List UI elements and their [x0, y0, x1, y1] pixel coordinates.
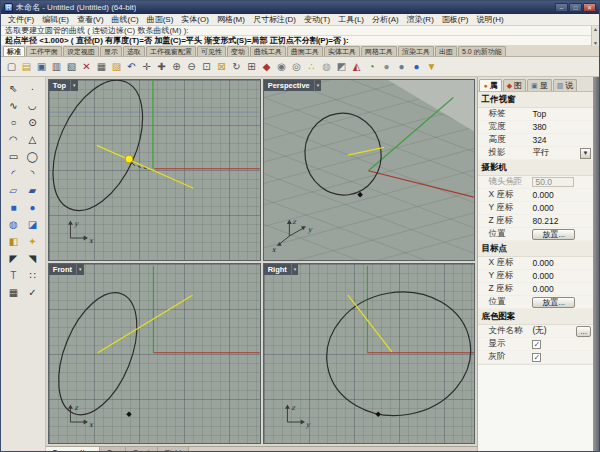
vtab-right[interactable]: Right [158, 447, 189, 451]
save[interactable]: ▣ [34, 59, 49, 75]
select-pointer[interactable]: ⇖ [4, 80, 23, 97]
viewport-right[interactable]: z y Right [263, 263, 476, 445]
panel-tab-properties[interactable]: ●属 [479, 79, 501, 91]
target-place-button[interactable]: 放置... [532, 297, 575, 308]
render-sphere-1[interactable]: ● [379, 59, 394, 75]
boolean-union[interactable]: ◧ [4, 233, 23, 250]
viewport-title[interactable]: Perspective [264, 80, 314, 91]
open-file[interactable]: ▤ [19, 59, 34, 75]
explode[interactable]: ✦ [23, 233, 42, 250]
scroll-down-icon[interactable]: ▼ [593, 40, 598, 46]
viewport-menu-arrow-icon[interactable] [314, 80, 322, 91]
zoom-window[interactable]: ⊡ [199, 59, 214, 75]
toolbar-tab-viewport-layout[interactable]: 工作视窗配置 [146, 46, 196, 56]
selection-filter[interactable]: ▼ [424, 59, 439, 75]
toolbar-tab-standard[interactable]: 标准 [3, 46, 25, 56]
viewport-top[interactable]: y x Top [48, 79, 261, 261]
toolbar-tab-curve-tools[interactable]: 曲线工具 [250, 46, 286, 56]
copy-view[interactable]: ▧ [64, 59, 79, 75]
circle[interactable]: ○ [4, 114, 23, 131]
menu-panels[interactable]: 面板(P) [438, 14, 473, 25]
toolbar-tab-surface-tools[interactable]: 曲面工具 [287, 46, 323, 56]
lamp[interactable]: ◍ [319, 59, 334, 75]
menu-mesh[interactable]: 网格(M) [213, 14, 249, 25]
menu-file[interactable]: 文件(F) [4, 14, 38, 25]
zoom-out[interactable]: ⊖ [184, 59, 199, 75]
zoom-selected[interactable]: ⊠ [214, 59, 229, 75]
selected-point[interactable] [125, 155, 133, 163]
viewport-front[interactable]: z x Front [48, 263, 261, 445]
panel-tab-help[interactable]: ▥说 [553, 79, 578, 91]
target-x-value[interactable]: 0.000 [532, 258, 553, 268]
trim[interactable]: ◤ [4, 250, 23, 267]
render-sphere-3[interactable]: ● [409, 59, 424, 75]
toolbar-tab-transform[interactable]: 变动 [227, 46, 249, 56]
viewport-title[interactable]: Front [49, 264, 76, 275]
ellipse-curve[interactable] [49, 80, 161, 224]
viewport-title-tab[interactable]: Top [49, 80, 78, 91]
point[interactable]: ∙ [23, 80, 42, 97]
color-wheel[interactable]: ◔ [364, 59, 379, 75]
viewport-perspective[interactable]: z y x Perspective [263, 79, 476, 261]
viewport-menu-arrow-icon[interactable] [76, 264, 84, 275]
menu-analyze[interactable]: 分析(A) [368, 14, 403, 25]
osnap[interactable]: ∴ [304, 59, 319, 75]
curve-seam-point[interactable] [126, 411, 132, 417]
ghost[interactable]: ◎ [289, 59, 304, 75]
viewport-height-value[interactable]: 324 [532, 135, 546, 145]
menu-edit[interactable]: 编辑(E) [38, 14, 73, 25]
fillet-curve[interactable]: ◜ [4, 165, 23, 182]
toolbar-tab-new-in-v5[interactable]: 5.0 的新功能 [458, 46, 506, 56]
target-z-value[interactable]: 0.000 [532, 284, 553, 294]
extrude[interactable]: ◪ [23, 216, 42, 233]
menu-solid[interactable]: 实体(O) [177, 14, 213, 25]
delete[interactable]: ✕ [79, 59, 94, 75]
circle-diameter[interactable]: ⊙ [23, 114, 42, 131]
menu-transform[interactable]: 变动(T) [300, 14, 334, 25]
toolbar-tab-render-tools[interactable]: 渲染工具 [398, 46, 434, 56]
viewport-menu-arrow-icon[interactable] [291, 264, 299, 275]
menu-help[interactable]: 说明(H) [472, 14, 507, 25]
vtab-perspective[interactable]: Perspective [46, 447, 100, 451]
menu-surface[interactable]: 曲面(S) [143, 14, 178, 25]
polygon[interactable]: △ [23, 131, 42, 148]
arc[interactable]: ◠ [4, 131, 23, 148]
viewport-title[interactable]: Right [264, 264, 291, 275]
ellipse-curve[interactable] [49, 281, 153, 425]
paste[interactable]: ▨ [109, 59, 124, 75]
projection-dropdown-icon[interactable]: ▼ [580, 148, 591, 159]
menu-tools[interactable]: 工具(L) [334, 14, 368, 25]
ellipse-curve[interactable] [317, 280, 475, 426]
group[interactable]: ▦ [4, 284, 23, 301]
target-y-value[interactable]: 0.000 [532, 271, 553, 281]
pan[interactable]: ✛ [139, 59, 154, 75]
viewport-menu-arrow-icon[interactable] [70, 80, 78, 91]
point-cloud[interactable]: ∷ [23, 267, 42, 284]
vtab-top[interactable]: Top [100, 447, 126, 451]
camera-y-value[interactable]: 0.000 [532, 203, 553, 213]
menu-render[interactable]: 渲染(R) [403, 14, 438, 25]
maximize-icon[interactable]: □ [569, 3, 582, 12]
text[interactable]: T [4, 267, 23, 284]
panel-tab-layers[interactable]: ◆图 [503, 79, 526, 91]
ellipse[interactable]: ◯ [23, 148, 42, 165]
sphere[interactable]: ● [23, 199, 42, 216]
new-file[interactable]: ▢ [4, 59, 19, 75]
toolbar-tab-mesh-tools[interactable]: 网格工具 [361, 46, 397, 56]
menu-dimension[interactable]: 尺寸标注(D) [249, 14, 300, 25]
copy[interactable]: ▦ [94, 59, 109, 75]
check[interactable]: ✓ [23, 284, 42, 301]
render[interactable]: ◭ [349, 59, 364, 75]
scroll-up-icon[interactable]: ▲ [593, 26, 598, 32]
camera-place-button[interactable]: 放置... [532, 229, 575, 240]
viewport-title[interactable]: Top [49, 80, 70, 91]
undo[interactable]: ↶ [124, 59, 139, 75]
lock[interactable]: ◩ [334, 59, 349, 75]
toolbar-tab-drafting[interactable]: 出图 [435, 46, 457, 56]
viewport-width-value[interactable]: 380 [532, 122, 546, 132]
box[interactable]: ■ [4, 199, 23, 216]
wallpaper-grayscale-checkbox[interactable] [532, 353, 541, 362]
camera-x-value[interactable]: 0.000 [532, 190, 553, 200]
print[interactable]: ▥ [49, 59, 64, 75]
panel-tab-display[interactable]: ▣显 [527, 79, 552, 91]
